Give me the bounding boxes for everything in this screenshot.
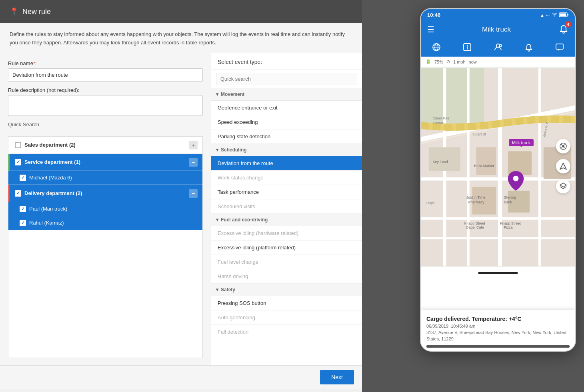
svg-line-51 [561,147,562,149]
child-label-michael: Michael (Mazda 6) [29,175,198,181]
dialog-title: New rule [22,8,51,16]
category-label-scheduling: Scheduling [221,147,247,153]
svg-rect-1 [560,13,566,16]
gps-icon: ▲ [540,13,544,18]
child-label-paul: Paul (Man truck) [29,206,198,212]
layers-control[interactable] [556,179,570,193]
next-button[interactable]: Next [320,370,354,384]
category-fuel[interactable]: ▾ Fuel and eco-driving [211,214,362,226]
event-parking[interactable]: Parking state detection [211,129,362,144]
group-row-sales[interactable]: Sales department (2) + [8,137,202,154]
event-fuel-level: Fuel level change [211,255,362,269]
quick-search-label: Quick Search [8,121,203,127]
svg-rect-13 [556,44,563,49]
battery-info: 🔋 [426,59,431,64]
notification-count: 4 [565,21,571,28]
rule-name-input[interactable] [8,68,203,82]
event-list: ▾ Movement Geofence entrance or exit Spe… [211,88,362,365]
wifi-icon [551,12,558,18]
phone-map: Clean Rite Center Stuart St Key Food Bol… [421,67,575,267]
event-sos[interactable]: Pressing SOS button [211,296,362,310]
status-icons: ▲ ··· [540,12,569,18]
collapse-btn-service[interactable]: − [189,158,198,167]
event-auto-geo: Auto geofencing [211,310,362,325]
svg-line-52 [564,147,566,149]
svg-line-50 [564,144,566,145]
popup-progress-bar [426,345,570,348]
child-label-rahul: Rahul (Kamaz) [29,220,198,226]
checkbox-sales[interactable] [15,142,21,148]
category-label-movement: Movement [221,92,244,97]
rule-name-group: Rule name*: [8,60,203,82]
event-fall: Fall detection [211,325,362,339]
event-sched-visits: Scheduled visits [211,199,362,214]
dialog-footer: Next [0,365,362,389]
category-arrow-movement: ▾ [216,92,218,97]
svg-rect-26 [508,151,532,175]
hamburger-menu[interactable]: ☰ [427,25,434,34]
child-row-paul[interactable]: Paul (Man truck) [8,202,202,216]
category-arrow-fuel: ▾ [216,217,218,223]
event-header: Select event type: [211,53,362,70]
event-deviation[interactable]: Deviation from the route [211,156,362,171]
event-task-perf[interactable]: Task performance [211,185,362,199]
event-harsh-driving: Harsh driving [211,269,362,284]
notification-button[interactable]: 4 [558,24,569,36]
svg-text:Stuart St: Stuart St [472,132,486,136]
group-row-service[interactable]: Service department (1) − [8,154,202,171]
left-panel: Rule name*: Rule description (not requir… [0,53,211,365]
navigate-control[interactable] [556,159,570,173]
event-exc-idling-pl[interactable]: Excessive idling (platform related) [211,241,362,255]
description-text: Define the rules to stay informed about … [10,31,345,46]
event-search-input[interactable] [216,73,357,85]
checkbox-michael[interactable] [20,175,26,181]
add-btn-sales[interactable]: + [189,141,198,149]
svg-rect-29 [429,147,460,171]
speed-val: 1 mph [453,60,466,64]
group-row-delivery[interactable]: Delivery department (2) − [8,185,202,202]
phone-app-title: Milk truck [482,26,511,34]
event-speed[interactable]: Speed exceeding [211,115,362,129]
event-geofence[interactable]: Geofence entrance or exit [211,101,362,115]
checkbox-service[interactable] [15,159,21,165]
category-movement[interactable]: ▾ Movement [211,88,362,101]
collapse-btn-delivery[interactable]: − [189,189,198,198]
network-control[interactable] [556,139,570,153]
svg-text:Key Food: Key Food [433,160,448,164]
category-safety[interactable]: ▾ Safety [211,284,362,296]
home-indicator[interactable] [478,272,518,274]
dialog-description: Define the rules to stay informed about … [0,23,362,53]
svg-rect-25 [476,147,496,175]
time-val: now [469,60,477,64]
rule-desc-group: Rule description (not required): [8,87,203,116]
checkbox-rahul[interactable] [20,220,26,226]
nav-globe[interactable] [429,41,444,53]
svg-point-48 [562,145,564,147]
child-row-rahul[interactable]: Rahul (Kamaz) [8,216,202,230]
phone-status-bar: 10:46 ▲ ··· [421,9,575,20]
event-exc-idling-hw: Excessive idling (hardware related) [211,226,362,241]
object-list: Sales department (2) + Service departmen… [8,136,203,358]
checkbox-paul[interactable] [20,206,26,212]
dialog-header: 📍 New rule [0,0,362,23]
nav-users[interactable] [490,41,506,53]
phone-header: ☰ Milk truck 4 [421,20,575,40]
battery-icon [559,12,569,18]
nav-chat[interactable] [552,41,567,53]
child-row-michael[interactable]: Michael (Mazda 6) [8,171,202,185]
svg-text:Sterling: Sterling [504,195,516,199]
info-bar: 🔋 75% ⊙ 1 mph now [421,57,575,67]
svg-text:Knapp Street: Knapp Street [500,221,521,225]
category-scheduling[interactable]: ▾ Scheduling [211,144,362,156]
rule-desc-input[interactable] [8,95,203,116]
right-panel: Select event type: ▾ Movement Geofence e… [211,53,362,365]
category-label-safety: Safety [221,287,235,293]
phone-time: 10:46 [427,12,440,18]
info-popup: Cargo delivered. Temperature: +4°C 06/09… [421,310,575,351]
phone-mockup: 10:46 ▲ ··· ☰ Milk truck 4 [420,8,576,352]
svg-text:Pharmacy: Pharmacy [468,200,485,204]
battery-pct: 75% [434,60,443,64]
checkbox-delivery[interactable] [15,190,21,197]
nav-bell[interactable] [521,41,536,53]
nav-info[interactable] [460,41,475,53]
